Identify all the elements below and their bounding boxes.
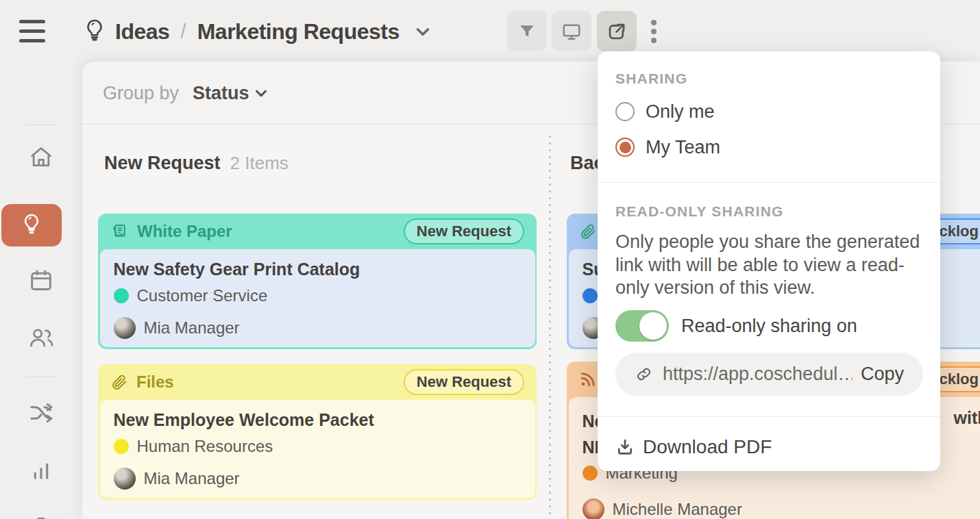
- share-popover: SHARING Only me My Team READ-ONLY SHARIN…: [598, 51, 940, 471]
- present-button[interactable]: [552, 11, 591, 51]
- card-type-label: White Paper: [137, 222, 232, 241]
- assignee-label: Michelle Manager: [613, 500, 742, 519]
- category-dot: [583, 288, 598, 303]
- share-icon: [606, 21, 628, 42]
- radio-unselected-icon[interactable]: [615, 102, 635, 121]
- card-header: Files New Request: [98, 364, 537, 400]
- popover-divider: [598, 416, 940, 417]
- category-dot: [583, 466, 598, 481]
- sidebar-item-shuffle[interactable]: [0, 399, 82, 427]
- radio-label: My Team: [646, 137, 720, 158]
- kebab-menu-icon: [650, 18, 658, 45]
- card-type-label: Files: [136, 372, 174, 392]
- breadcrumb-section[interactable]: Ideas: [115, 19, 169, 45]
- toggle-on-switch[interactable]: [615, 310, 669, 342]
- sidebar-divider: [26, 125, 56, 125]
- sharing-section-label: SHARING: [615, 71, 687, 87]
- calendar-icon: [27, 267, 55, 294]
- download-label: Download PDF: [643, 436, 772, 458]
- share-link-pill[interactable]: https://app.coschedul… Copy: [615, 353, 923, 396]
- readonly-section-label: READ-ONLY SHARING: [615, 203, 784, 220]
- sidebar-item-ideas-active[interactable]: [1, 204, 62, 246]
- column-divider: [549, 136, 551, 519]
- sidebar-item-team[interactable]: [0, 324, 82, 351]
- radio-label: Only me: [646, 101, 715, 123]
- sidebar-item-analytics[interactable]: [0, 457, 82, 483]
- category-label: Customer Service: [137, 286, 268, 305]
- copy-button[interactable]: Copy: [861, 364, 904, 385]
- card-header: White Paper New Request: [98, 214, 537, 249]
- group-by-dropdown[interactable]: Status: [193, 83, 269, 104]
- sidebar-divider: [26, 377, 56, 377]
- readonly-description: Only people you share the generated link…: [615, 231, 928, 300]
- status-badge: New Request: [404, 218, 524, 244]
- briefcase-icon: [27, 514, 55, 519]
- more-options-button[interactable]: [639, 11, 669, 51]
- chevron-down-icon[interactable]: [413, 23, 432, 40]
- card-body: New Employee Welcome Packet Human Resour…: [100, 400, 535, 498]
- category-dot: [114, 288, 129, 303]
- people-icon: [27, 324, 56, 351]
- card-title-fragment-end: with: [954, 408, 980, 428]
- sidebar: [0, 62, 82, 519]
- category-label: Human Resources: [137, 437, 273, 456]
- share-button[interactable]: [597, 11, 637, 51]
- sharing-option-my-team[interactable]: My Team: [615, 134, 720, 161]
- rss-icon: [579, 370, 597, 388]
- column-header-new-request: New Request2 Items: [104, 153, 289, 174]
- shuffle-icon: [27, 399, 55, 427]
- avatar: [114, 317, 136, 339]
- toggle-knob: [639, 312, 667, 340]
- home-icon: [27, 144, 55, 171]
- sidebar-item-projects[interactable]: [0, 514, 82, 519]
- card-title: New Employee Welcome Packet: [114, 409, 522, 430]
- breadcrumb-separator: /: [179, 20, 187, 43]
- breadcrumb-page[interactable]: Marketing Requests: [197, 19, 400, 45]
- assignee-label: Mia Manager: [144, 469, 240, 488]
- download-icon: [615, 438, 635, 457]
- paperclip-icon: [110, 373, 128, 391]
- filter-button[interactable]: [507, 11, 547, 51]
- sharing-option-only-me[interactable]: Only me: [615, 98, 715, 125]
- avatar: [114, 468, 136, 490]
- sidebar-item-home[interactable]: [0, 144, 82, 171]
- sidebar-item-calendar[interactable]: [0, 267, 82, 294]
- column-count: 2 Items: [230, 153, 289, 173]
- group-by-value: Status: [193, 83, 249, 104]
- filter-icon: [517, 22, 537, 41]
- card-new-safety-gear-print-catalog[interactable]: White Paper New Request New Safety Gear …: [98, 214, 537, 349]
- document-stack-icon: [110, 223, 129, 241]
- share-link-url: https://app.coschedul…: [663, 364, 853, 385]
- link-icon: [635, 365, 653, 383]
- menu-icon[interactable]: [19, 20, 45, 42]
- status-badge: New Request: [404, 369, 524, 395]
- group-by-label: Group by: [103, 83, 179, 104]
- category-dot: [114, 439, 129, 454]
- avatar: [583, 498, 604, 519]
- assignee-label: Mia Manager: [144, 318, 240, 338]
- monitor-icon: [561, 21, 582, 42]
- popover-divider: [598, 182, 940, 183]
- paperclip-icon: [579, 223, 597, 240]
- lightbulb-icon: [84, 18, 106, 45]
- card-new-employee-welcome-packet[interactable]: Files New Request New Employee Welcome P…: [98, 364, 537, 500]
- readonly-toggle-row: Read-only sharing on: [615, 310, 857, 342]
- chevron-down-icon: [254, 86, 269, 101]
- download-pdf-button[interactable]: Download PDF: [615, 432, 772, 462]
- breadcrumb[interactable]: Ideas / Marketing Requests: [84, 16, 432, 47]
- toggle-label: Read-only sharing on: [681, 316, 857, 337]
- lightbulb-icon: [21, 212, 42, 238]
- radio-selected-icon[interactable]: [615, 138, 635, 157]
- card-title: New Safety Gear Print Catalog: [114, 259, 522, 279]
- bar-chart-icon: [28, 457, 54, 483]
- card-body: New Safety Gear Print Catalog Customer S…: [100, 249, 535, 347]
